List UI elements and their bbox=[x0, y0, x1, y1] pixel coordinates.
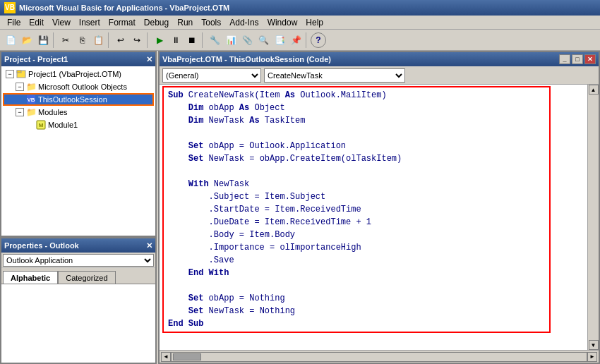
menu-help[interactable]: Help bbox=[301, 17, 328, 28]
folder-icon-modules: 📁 bbox=[25, 107, 37, 118]
code-window: VbaProject.OTM - ThisOutlookSession (Cod… bbox=[158, 51, 600, 364]
tb-stop[interactable]: ⏹ bbox=[184, 32, 200, 48]
code-win-minimize[interactable]: _ bbox=[559, 54, 570, 64]
project-explorer-close[interactable]: ✕ bbox=[146, 55, 152, 64]
project-explorer: Project - Project1 ✕ − Project1 (VbaProj… bbox=[0, 51, 157, 237]
tb-undo[interactable]: ↩ bbox=[113, 32, 128, 48]
properties-content bbox=[1, 284, 155, 363]
proc-select[interactable]: CreateNewTask bbox=[264, 68, 405, 83]
code-pre: Sub CreateNewTask(Item As Outlook.MailIt… bbox=[168, 89, 545, 330]
properties-title: Properties - Outlook ✕ bbox=[1, 238, 155, 253]
tb-run[interactable]: ▶ bbox=[152, 32, 167, 48]
tb-cut[interactable]: ✂ bbox=[58, 32, 73, 48]
project-explorer-label: Project - Project1 bbox=[4, 55, 68, 63]
code-toolbar: (General) CreateNewTask bbox=[160, 66, 599, 85]
tree-item-modules[interactable]: − 📁 Modules bbox=[3, 106, 154, 119]
code-window-title: VbaProject.OTM - ThisOutlookSession (Cod… bbox=[160, 52, 599, 66]
tb-pause[interactable]: ⏸ bbox=[168, 32, 184, 48]
code-right-scroll: ▲ ▼ bbox=[587, 85, 599, 350]
tree-item-project1[interactable]: − Project1 (VbaProject.OTM) bbox=[3, 68, 154, 80]
properties-panel: Properties - Outlook ✕ Outlook Applicati… bbox=[0, 237, 157, 364]
toolbar: 📄 📂 💾 ✂ ⎘ 📋 ↩ ↪ ▶ ⏸ ⏹ 🔧 📊 📎 🔍 📑 📌 ? bbox=[0, 30, 600, 51]
separator-5 bbox=[306, 32, 308, 48]
tb-new[interactable]: 📄 bbox=[3, 32, 18, 48]
expand-icon-outlook[interactable]: − bbox=[16, 83, 24, 91]
left-panel: Project - Project1 ✕ − Project1 (VbaProj… bbox=[0, 51, 157, 364]
tb-b5[interactable]: 📑 bbox=[272, 32, 287, 48]
menu-bar: File Edit View Insert Format Debug Run T… bbox=[0, 16, 600, 30]
code-area: VbaProject.OTM - ThisOutlookSession (Cod… bbox=[158, 51, 600, 364]
project-icon bbox=[16, 68, 27, 80]
app-icon: VB bbox=[4, 2, 16, 13]
code-win-restore[interactable]: □ bbox=[572, 54, 583, 64]
scroll-right[interactable]: ► bbox=[587, 352, 597, 362]
tree-label-project1: Project1 (VbaProject.OTM) bbox=[28, 70, 121, 78]
expand-icon-modules[interactable]: − bbox=[16, 108, 24, 116]
module-icon: M bbox=[35, 119, 47, 131]
tb-help[interactable]: ? bbox=[311, 32, 326, 48]
code-content[interactable]: Sub CreateNewTask(Item As Outlook.MailIt… bbox=[160, 85, 587, 350]
project-explorer-title: Project - Project1 ✕ bbox=[1, 52, 155, 66]
tree-label-modules: Modules bbox=[38, 108, 68, 116]
svg-text:M: M bbox=[39, 122, 44, 128]
menu-tools[interactable]: Tools bbox=[197, 17, 225, 28]
tree-item-this-session[interactable]: VB ThisOutlookSession bbox=[3, 93, 154, 106]
menu-window[interactable]: Window bbox=[263, 17, 302, 28]
code-window-buttons: _ □ ✕ bbox=[559, 54, 596, 64]
tb-b2[interactable]: 📊 bbox=[223, 32, 239, 48]
tree-item-module1[interactable]: M Module1 bbox=[3, 119, 154, 131]
folder-icon-outlook: 📁 bbox=[25, 81, 37, 92]
tb-copy[interactable]: ⎘ bbox=[74, 32, 90, 48]
tree-label-this-session: ThisOutlookSession bbox=[38, 95, 107, 104]
svg-text:VB: VB bbox=[27, 97, 35, 103]
separator-4 bbox=[202, 32, 205, 48]
expand-icon-project1[interactable]: − bbox=[6, 70, 14, 78]
properties-close[interactable]: ✕ bbox=[146, 241, 152, 250]
title-text: Microsoft Visual Basic for Applications … bbox=[19, 4, 229, 12]
h-scrollbar-thumb[interactable] bbox=[173, 353, 201, 360]
properties-tabs: Alphabetic Categorized bbox=[1, 268, 155, 284]
code-bottom-bar: ◄ ► bbox=[160, 350, 599, 363]
separator-3 bbox=[147, 32, 150, 48]
menu-format[interactable]: Format bbox=[104, 17, 140, 28]
tb-b4[interactable]: 🔍 bbox=[256, 32, 271, 48]
tb-save[interactable]: 💾 bbox=[35, 32, 51, 48]
menu-debug[interactable]: Debug bbox=[140, 17, 173, 28]
scroll-left[interactable]: ◄ bbox=[161, 352, 171, 362]
scroll-track[interactable] bbox=[589, 95, 599, 340]
general-select[interactable]: (General) bbox=[162, 68, 261, 83]
scroll-down[interactable]: ▼ bbox=[589, 340, 599, 350]
properties-title-label: Properties - Outlook bbox=[4, 241, 79, 250]
h-scrollbar[interactable] bbox=[171, 352, 587, 362]
code-border-box: Sub CreateNewTask(Item As Outlook.MailIt… bbox=[162, 86, 551, 333]
code-window-title-label: VbaProject.OTM - ThisOutlookSession (Cod… bbox=[162, 55, 331, 63]
properties-object-select[interactable]: Outlook Application bbox=[3, 254, 154, 267]
svg-rect-1 bbox=[17, 71, 21, 73]
tb-b6[interactable]: 📌 bbox=[288, 32, 304, 48]
menu-addins[interactable]: Add-Ins bbox=[225, 17, 263, 28]
session-icon: VB bbox=[25, 94, 37, 105]
title-bar: VB Microsoft Visual Basic for Applicatio… bbox=[0, 0, 600, 16]
code-win-close[interactable]: ✕ bbox=[584, 54, 596, 64]
tree-item-outlook-objects[interactable]: − 📁 Microsoft Outlook Objects bbox=[3, 80, 154, 93]
tab-alphabetic[interactable]: Alphabetic bbox=[3, 271, 58, 284]
tree-label-module1: Module1 bbox=[48, 121, 78, 129]
tb-b1[interactable]: 🔧 bbox=[207, 32, 222, 48]
menu-insert[interactable]: Insert bbox=[75, 17, 104, 28]
menu-run[interactable]: Run bbox=[173, 17, 197, 28]
tb-redo[interactable]: ↪ bbox=[129, 32, 145, 48]
tab-categorized[interactable]: Categorized bbox=[58, 271, 115, 284]
scroll-up[interactable]: ▲ bbox=[589, 85, 599, 95]
menu-view[interactable]: View bbox=[48, 17, 75, 28]
tb-open[interactable]: 📂 bbox=[19, 32, 35, 48]
menu-edit[interactable]: Edit bbox=[25, 17, 48, 28]
separator-2 bbox=[108, 32, 111, 48]
code-main: Sub CreateNewTask(Item As Outlook.MailIt… bbox=[160, 85, 599, 350]
project-tree: − Project1 (VbaProject.OTM) − 📁 Microsof… bbox=[1, 66, 155, 236]
menu-file[interactable]: File bbox=[3, 17, 25, 28]
tb-b3[interactable]: 📎 bbox=[239, 32, 255, 48]
tree-label-outlook-objects: Microsoft Outlook Objects bbox=[38, 83, 127, 91]
separator-1 bbox=[53, 32, 56, 48]
main-layout: Project - Project1 ✕ − Project1 (VbaProj… bbox=[0, 51, 600, 364]
tb-paste[interactable]: 📋 bbox=[90, 32, 106, 48]
